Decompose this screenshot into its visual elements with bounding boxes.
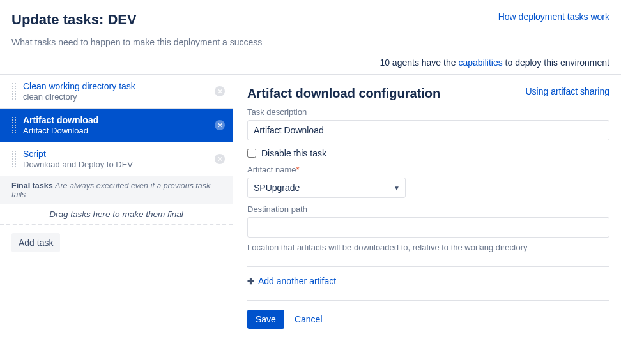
agent-suffix: to deploy this environment bbox=[503, 57, 610, 68]
artifact-name-label: Artifact name* bbox=[247, 165, 610, 174]
task-list-sidebar: Clean working directory task clean direc… bbox=[0, 75, 233, 340]
help-link[interactable]: How deployment tasks work bbox=[498, 11, 610, 22]
task-description-input[interactable] bbox=[247, 120, 610, 140]
agent-prefix: 10 agents have the bbox=[379, 57, 458, 68]
final-tasks-label: Final tasks bbox=[12, 181, 53, 190]
config-panel: Artifact download configuration Using ar… bbox=[233, 75, 621, 340]
add-task-button[interactable]: Add task bbox=[12, 233, 60, 252]
cancel-link[interactable]: Cancel bbox=[295, 314, 323, 324]
drag-handle-icon[interactable] bbox=[12, 82, 17, 100]
destination-path-label: Destination path bbox=[247, 204, 610, 214]
final-tasks-bar: Final tasks Are always executed even if … bbox=[0, 176, 233, 204]
task-description-label: Task description bbox=[247, 107, 610, 117]
delete-task-icon[interactable]: ✕ bbox=[215, 120, 225, 130]
destination-path-input[interactable] bbox=[247, 217, 610, 238]
page-title: Update tasks: DEV bbox=[12, 11, 137, 28]
task-desc: Artifact Download bbox=[23, 126, 215, 135]
artifact-name-select[interactable]: SPUpgrade bbox=[247, 178, 406, 198]
task-item-script[interactable]: Script Download and Deploy to DEV ✕ bbox=[0, 142, 233, 176]
destination-path-hint: Location that artifacts will be download… bbox=[247, 243, 610, 252]
task-item-artifact-download[interactable]: Artifact download Artifact Download ✕ bbox=[0, 109, 233, 142]
task-desc: clean directory bbox=[23, 92, 215, 102]
disable-task-checkbox[interactable] bbox=[247, 149, 256, 158]
capabilities-link[interactable]: capabilities bbox=[458, 57, 502, 68]
task-title: Script bbox=[23, 149, 215, 159]
page-subtitle: What tasks need to happen to make this d… bbox=[12, 37, 610, 47]
task-desc: Download and Deploy to DEV bbox=[23, 160, 215, 169]
artifact-name-label-text: Artifact name bbox=[247, 165, 296, 174]
required-indicator: * bbox=[296, 165, 300, 174]
plus-icon: ✚ bbox=[247, 277, 254, 286]
delete-task-icon[interactable]: ✕ bbox=[215, 154, 225, 164]
config-title: Artifact download configuration bbox=[247, 86, 440, 101]
save-button[interactable]: Save bbox=[247, 310, 284, 329]
delete-task-icon[interactable]: ✕ bbox=[215, 86, 225, 96]
agent-capabilities-line: 10 agents have the capabilities to deplo… bbox=[0, 54, 621, 74]
drag-handle-icon[interactable] bbox=[12, 116, 17, 134]
add-another-artifact-label: Add another artifact bbox=[258, 276, 336, 286]
artifact-sharing-link[interactable]: Using artifact sharing bbox=[525, 86, 610, 96]
disable-task-label: Disable this task bbox=[261, 148, 326, 158]
drag-handle-icon[interactable] bbox=[12, 150, 17, 168]
add-another-artifact-link[interactable]: ✚ Add another artifact bbox=[247, 276, 610, 286]
final-tasks-dropzone[interactable]: Drag tasks here to make them final bbox=[0, 204, 233, 225]
task-title: Artifact download bbox=[23, 115, 215, 125]
task-title: Clean working directory task bbox=[23, 81, 215, 91]
task-item-clean[interactable]: Clean working directory task clean direc… bbox=[0, 75, 233, 109]
